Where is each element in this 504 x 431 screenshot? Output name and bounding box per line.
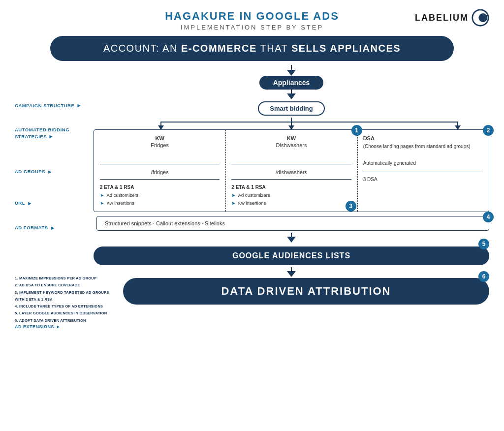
label-url: URL ► — [15, 200, 94, 206]
connector-line — [291, 233, 292, 237]
appliances-to-bidding-connector — [287, 90, 296, 99]
label-ad-extensions-overlay: AD EXTENSIONS ► — [15, 324, 61, 329]
account-banner-text: ACCOUNT: AN E-COMMERCE THAT SELLS APPLIA… — [103, 43, 401, 54]
label-ad-formats: AD FORMATS ► — [15, 225, 94, 231]
col-fridges-bullet2: ► Kw insertions — [100, 200, 220, 207]
col-dsa-auto: Automatically generated — [363, 160, 483, 167]
ad-extensions-content: Structured snippets · Callout extensions… — [105, 220, 225, 226]
chevron-icon: ► — [231, 200, 236, 207]
col-fridges-bullet1: ► Ad customizers — [100, 192, 220, 199]
col-fridges-url: /fridges — [100, 164, 220, 175]
logo-text: LABELIUM — [415, 13, 469, 23]
ad-extensions-row: Structured snippets · Callout extensions… — [96, 216, 489, 231]
connector-line — [291, 90, 292, 93]
branch-lines — [94, 118, 489, 129]
summary-box: 1. MAXIMIZE IMPRESSIONS PER AD GROUP2. A… — [15, 275, 123, 324]
col-dsa: DSA (Choose landing pages from standard … — [357, 130, 489, 212]
svg-point-1 — [478, 13, 487, 22]
left-branch-arrow — [158, 122, 164, 130]
data-driven-node: DATA DRIVEN ATTRIBUTION — [123, 278, 489, 305]
arrow-icon: ► — [27, 200, 32, 206]
ad-extensions-container: Structured snippets · Callout extensions… — [94, 212, 489, 231]
badge-6: 6 — [478, 271, 489, 282]
ext-to-audiences-connector — [287, 233, 296, 243]
label-automated-bidding: AUTOMATED BIDDING STRATEGIES ► — [15, 127, 94, 140]
google-audiences-container: GOOGLE AUDIENCES LISTS 5 — [94, 243, 489, 265]
summary-list: 1. MAXIMIZE IMPRESSIONS PER AD GROUP2. A… — [15, 275, 118, 324]
col-fridges-ads: 2 ETA & 1 RSA ► Ad customizers ► Kw inse… — [100, 179, 220, 207]
flowchart: CAMPAIGN STRUCTURE ► AUTOMATED BIDDING S… — [15, 65, 489, 277]
badge-5: 5 — [478, 239, 489, 249]
google-audiences-node: GOOGLE AUDIENCES LISTS — [94, 246, 489, 265]
arrow-down — [287, 237, 296, 243]
account-banner: ACCOUNT: AN E-COMMERCE THAT SELLS APPLIA… — [50, 36, 454, 61]
center-branch-arrow — [288, 122, 294, 130]
arrow-icon: ► — [47, 169, 53, 175]
stem-line — [291, 118, 292, 122]
arrow-icon: ► — [76, 102, 82, 108]
right-branch-arrow — [455, 122, 461, 130]
col-dishwashers-ads: 2 ETA & 1 RSA ► Ad customizers ► Kw inse… — [231, 179, 351, 207]
chevron-icon: ► — [100, 192, 104, 199]
col-dishwashers: KW Dishwashers /dishwashers 2 ETA & 1 RS… — [225, 130, 357, 212]
label-campaign-structure: CAMPAIGN STRUCTURE ► — [15, 102, 94, 108]
summary-item: 6. ADOPT DATA DRIVEN ATTRIBUTION — [15, 317, 118, 324]
logo-icon — [472, 9, 489, 27]
connector-line — [291, 267, 292, 271]
arrow-down — [287, 93, 296, 99]
col-fridges: KW Fridges /fridges 2 ETA & 1 RSA ► Ad c… — [94, 130, 225, 212]
chevron-icon: ► — [100, 200, 104, 207]
badge-2: 2 — [483, 125, 494, 136]
arrow-icon: ► — [56, 324, 61, 329]
banner-to-appliances-connector — [287, 65, 296, 76]
three-columns-table: KW Fridges /fridges 2 ETA & 1 RSA ► Ad c… — [94, 129, 489, 212]
bottom-section: 1. MAXIMIZE IMPRESSIONS PER AD GROUP2. A… — [15, 275, 489, 324]
summary-item: 5. LAYER GOOGLE AUDIENCES IN OBSERVATION — [15, 310, 118, 317]
summary-item: 1. MAXIMIZE IMPRESSIONS PER AD GROUP — [15, 275, 118, 282]
col-dishwashers-title: KW Dishwashers — [231, 135, 351, 149]
summary-item: 4. INCLUDE THREE TYPES OF AD EXTENSIONS — [15, 303, 118, 310]
page: LABELIUM HAGAKURE IN GOOGLE ADS IMPLEMEN… — [0, 0, 504, 431]
summary-item: 3. IMPLEMENT KEYWORD TARGETED AD GROUPS … — [15, 289, 118, 304]
col-dsa-ads: 3 DSA — [363, 172, 483, 183]
label-ad-groups: AD GROUPS ► — [15, 169, 94, 175]
badge-4: 4 — [483, 212, 494, 222]
data-driven-container: DATA DRIVEN ATTRIBUTION 6 — [123, 275, 489, 324]
arrow-icon: ► — [50, 225, 56, 231]
left-labels: CAMPAIGN STRUCTURE ► AUTOMATED BIDDING S… — [15, 65, 94, 277]
col-dishwashers-bullet2: ► Kw insertions — [231, 200, 351, 207]
chevron-icon: ► — [231, 192, 236, 199]
summary-item: 2. AD DSA TO ENSURE COVERAGE — [15, 282, 118, 289]
center-content: Appliances Smart bidding — [94, 65, 489, 277]
horizontal-branch-line — [161, 122, 458, 123]
arrow-down — [287, 70, 296, 76]
appliances-node: Appliances — [259, 76, 324, 90]
badge-3: 3 — [346, 201, 356, 212]
smart-bidding-node: Smart bidding — [258, 101, 324, 116]
col-dishwashers-url: /dishwashers — [231, 164, 351, 175]
arrow-icon: ► — [48, 133, 54, 139]
logo: LABELIUM — [415, 9, 489, 27]
connector-line — [291, 65, 292, 70]
col-fridges-title: KW Fridges — [100, 135, 220, 149]
col-dishwashers-bullet1: ► Ad customizers — [231, 192, 351, 199]
